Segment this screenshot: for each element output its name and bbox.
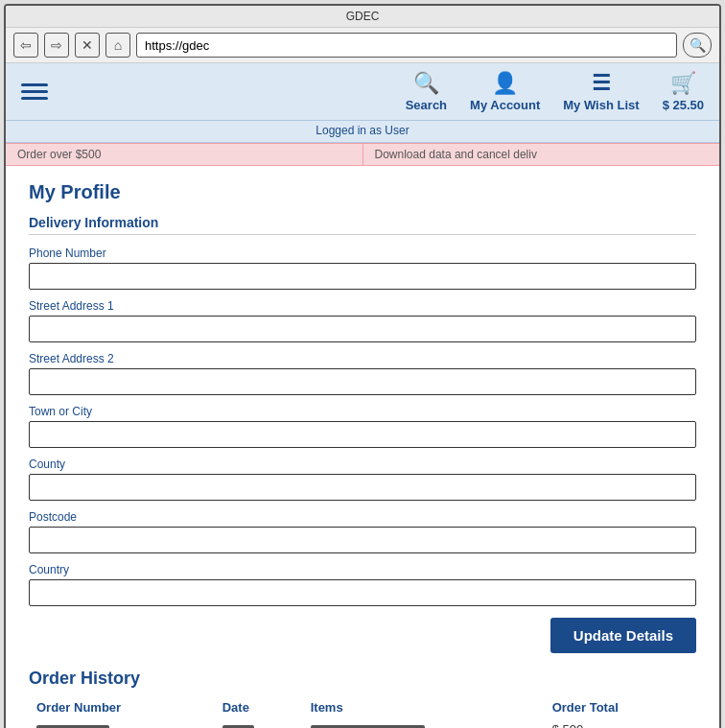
browser-title: GDEC [346,10,380,23]
cell-order-number [29,718,215,728]
promo-right: Download data and cancel deliv [363,144,720,165]
logged-in-text: Logged in as User [6,121,719,143]
search-icon: 🔍 [413,71,439,96]
home-button[interactable]: ⌂ [105,33,130,58]
form-group-postcode: Postcode [29,510,696,553]
forward-button[interactable]: ⇨ [44,33,69,58]
order-table: Order Number Date Items Order Total [29,696,696,728]
form-group-country: Country [29,563,696,606]
form-group-city: Town or City [29,405,696,448]
input-street2[interactable] [29,368,696,395]
page-title: My Profile [29,181,696,203]
address-bar[interactable] [136,33,677,58]
nav-wishlist[interactable]: ☰ My Wish List [563,71,639,112]
col-items: Items [303,696,545,718]
label-phone: Phone Number [29,247,696,260]
stop-button[interactable]: ✕ [75,33,100,58]
menu-icon[interactable] [21,83,48,100]
order-history-title: Order History [29,669,696,689]
form-group-county: County [29,458,696,501]
site-nav: 🔍 Search 👤 My Account ☰ My Wish List 🛒 $… [6,63,719,121]
nav-search[interactable]: 🔍 Search [406,71,447,112]
input-phone[interactable] [29,263,696,290]
cell-date [215,718,303,728]
label-street1: Street Address 1 [29,299,696,313]
label-city: Town or City [29,405,696,418]
label-county: County [29,458,696,471]
input-street1[interactable] [29,316,696,342]
form-group-street2: Street Address 2 [29,352,696,395]
label-country: Country [29,563,696,576]
nav-cart-label: $ 25.50 [663,98,704,112]
wishlist-icon: ☰ [592,71,611,96]
cell-order-total: $ 500 [545,718,696,728]
input-postcode[interactable] [29,527,696,553]
form-actions: Update Details [29,618,696,653]
input-country[interactable] [29,579,696,606]
input-city[interactable] [29,421,696,448]
nav-items: 🔍 Search 👤 My Account ☰ My Wish List 🛒 $… [406,71,704,112]
promo-banner: Order over $500 Download data and cancel… [6,143,719,166]
nav-account-label: My Account [470,98,540,112]
browser-search-button[interactable]: 🔍 [683,33,712,58]
section-title: Delivery Information [29,215,696,235]
table-row: $ 500 [29,718,696,728]
form-group-street1: Street Address 1 [29,299,696,342]
col-order-number: Order Number [29,696,215,718]
form-group-phone: Phone Number [29,247,696,290]
browser-titlebar: GDEC [6,6,719,28]
cell-items [303,718,545,728]
browser-toolbar: ⇦ ⇨ ✕ ⌂ 🔍 [6,28,719,63]
browser-window: GDEC ⇦ ⇨ ✕ ⌂ 🔍 🔍 Search 👤 My Account ☰ M… [4,4,721,728]
cart-icon: 🛒 [670,71,696,96]
update-details-button[interactable]: Update Details [550,618,696,653]
input-county[interactable] [29,474,696,501]
nav-cart[interactable]: 🛒 $ 25.50 [663,71,704,112]
account-icon: 👤 [492,71,518,96]
main-content: My Profile Delivery Information Phone Nu… [6,166,719,728]
order-table-header: Order Number Date Items Order Total [29,696,696,718]
label-street2: Street Address 2 [29,352,696,365]
nav-search-label: Search [406,98,447,112]
nav-account[interactable]: 👤 My Account [470,71,540,112]
back-button[interactable]: ⇦ [13,33,38,58]
col-order-total: Order Total [545,696,696,718]
label-postcode: Postcode [29,510,696,524]
order-history-section: Order History Order Number Date Items Or… [29,669,696,728]
col-date: Date [215,696,303,718]
nav-wishlist-label: My Wish List [563,98,639,112]
promo-left: Order over $500 [6,144,363,165]
